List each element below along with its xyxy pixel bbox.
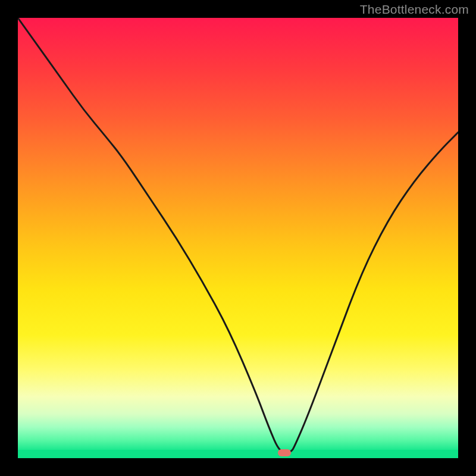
- curve-svg: [18, 18, 458, 458]
- watermark-text: TheBottleneck.com: [360, 2, 469, 17]
- chart-frame: TheBottleneck.com: [0, 0, 476, 476]
- plot-area: [18, 18, 458, 458]
- optimum-marker: [278, 449, 291, 456]
- bottleneck-curve-path: [18, 18, 458, 453]
